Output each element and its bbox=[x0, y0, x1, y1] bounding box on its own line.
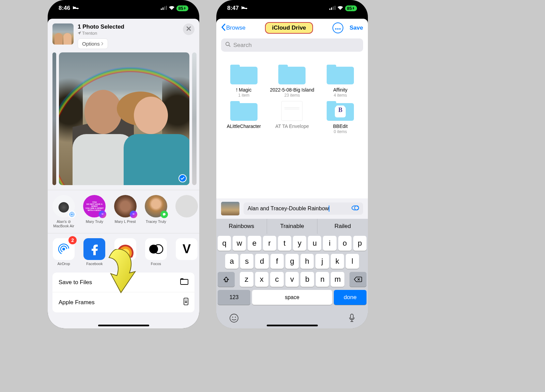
share-contact[interactable]: Tracey Truly bbox=[145, 195, 167, 228]
key-j[interactable]: j bbox=[315, 254, 329, 269]
battery-indicator: 85 bbox=[176, 5, 188, 11]
selected-photo-thumbnail[interactable] bbox=[52, 23, 74, 45]
share-contact[interactable]: Alan's ⊘ MacBook Air bbox=[52, 195, 75, 228]
wifi-icon bbox=[337, 5, 343, 12]
svg-rect-23 bbox=[334, 6, 336, 10]
svg-point-30 bbox=[230, 314, 238, 322]
file-thumbnail bbox=[221, 202, 239, 215]
close-button[interactable] bbox=[183, 23, 194, 35]
share-apps-row: 2 AirDrop Facebook bbox=[48, 233, 199, 269]
partial-app[interactable]: V bbox=[175, 238, 198, 266]
key-v[interactable]: v bbox=[285, 272, 299, 287]
key-b[interactable]: b bbox=[300, 272, 314, 287]
home-indicator[interactable] bbox=[98, 325, 149, 326]
key-u[interactable]: u bbox=[308, 236, 321, 251]
suggestion[interactable]: Trainable bbox=[267, 219, 317, 234]
save-to-files-action[interactable]: Save to Files bbox=[52, 273, 194, 292]
keyboard-suggestions: Rainbows Trainable Railed bbox=[216, 219, 368, 234]
svg-rect-15 bbox=[181, 279, 188, 284]
selected-photo-preview[interactable] bbox=[59, 52, 189, 185]
location-arrow-icon bbox=[78, 31, 81, 36]
folder-item[interactable]: Affinity 4 items bbox=[317, 65, 363, 98]
focos-app[interactable]: Focos bbox=[145, 238, 167, 266]
save-button[interactable]: Save bbox=[349, 24, 363, 31]
apple-frames-action[interactable]: Apple Frames bbox=[52, 292, 194, 312]
file-item[interactable]: AT TA Envelope bbox=[269, 101, 315, 134]
key-x[interactable]: x bbox=[255, 272, 269, 287]
key-r[interactable]: r bbox=[263, 236, 276, 251]
back-button[interactable]: Browse bbox=[221, 23, 246, 33]
sheet-title: 1 Photo Selected bbox=[78, 23, 179, 30]
space-key[interactable]: space bbox=[252, 290, 332, 305]
svg-rect-20 bbox=[329, 9, 330, 10]
airdrop-app[interactable]: 2 AirDrop bbox=[52, 238, 75, 266]
key-w[interactable]: w bbox=[233, 236, 246, 251]
folder-item[interactable]: 2022-5-08-Big Island 23 items bbox=[269, 65, 315, 98]
unnamed-app[interactable] bbox=[114, 238, 136, 266]
key-n[interactable]: n bbox=[316, 272, 329, 287]
facebook-app[interactable]: Facebook bbox=[83, 238, 106, 266]
svg-rect-3 bbox=[166, 6, 167, 10]
key-z[interactable]: z bbox=[240, 272, 253, 287]
done-key[interactable]: done bbox=[334, 290, 367, 305]
folder-icon bbox=[180, 278, 188, 287]
close-icon bbox=[186, 26, 191, 32]
key-g[interactable]: g bbox=[285, 254, 299, 269]
emoji-key[interactable] bbox=[229, 313, 239, 324]
document-icon bbox=[281, 101, 302, 121]
svg-point-25 bbox=[337, 28, 339, 30]
suggestion[interactable]: Railed bbox=[317, 219, 368, 234]
numbers-key[interactable]: 123 bbox=[218, 290, 250, 305]
key-t[interactable]: t bbox=[278, 236, 291, 251]
key-d[interactable]: d bbox=[255, 254, 268, 269]
key-p[interactable]: p bbox=[353, 236, 367, 251]
share-contacts-row: Alan's ⊘ MacBook Air YOUDO NOT HAVE A SP… bbox=[48, 190, 199, 233]
key-f[interactable]: f bbox=[270, 254, 284, 269]
key-c[interactable]: c bbox=[270, 272, 284, 287]
key-s[interactable]: s bbox=[240, 254, 253, 269]
key-h[interactable]: h bbox=[300, 254, 314, 269]
folder-icon: B bbox=[327, 101, 354, 121]
share-contact[interactable]: Mary L Prest bbox=[114, 195, 136, 228]
folder-item[interactable]: ALittleCharacter bbox=[221, 101, 267, 134]
share-contact[interactable] bbox=[175, 195, 198, 228]
options-button[interactable]: Options bbox=[78, 38, 108, 49]
svg-point-26 bbox=[339, 28, 341, 30]
filename-input[interactable]: Alan and Tracey-Double Rainbow bbox=[244, 202, 363, 215]
files-picker-sheet: Browse iCloud Drive Save Search ! Magic … bbox=[216, 19, 368, 328]
svg-rect-21 bbox=[331, 7, 332, 10]
key-i[interactable]: i bbox=[323, 236, 336, 251]
home-indicator[interactable] bbox=[267, 325, 318, 326]
folder-item[interactable]: B BBEdit 0 items bbox=[317, 101, 363, 134]
clear-input-icon[interactable] bbox=[352, 206, 359, 212]
key-a[interactable]: a bbox=[225, 254, 238, 269]
bed-icon bbox=[241, 5, 248, 12]
adjacent-photo-right[interactable] bbox=[192, 52, 197, 185]
share-contact[interactable]: YOUDO NOT HAVE A SPIRITYOU ARE A SPIRITW… bbox=[83, 195, 106, 228]
key-q[interactable]: q bbox=[218, 236, 231, 251]
airdrop-icon bbox=[56, 242, 71, 257]
files-save-screenshot: 8:47 85 Browse iCloud Drive Save S bbox=[216, 0, 368, 328]
dictation-key[interactable] bbox=[349, 313, 355, 324]
suggestion[interactable]: Rainbows bbox=[216, 219, 267, 234]
key-m[interactable]: m bbox=[331, 272, 344, 287]
search-icon bbox=[225, 42, 231, 49]
search-input[interactable]: Search bbox=[221, 38, 363, 52]
svg-rect-18 bbox=[185, 301, 187, 301]
adjacent-photo-left[interactable] bbox=[52, 52, 56, 185]
backspace-key[interactable] bbox=[349, 272, 367, 287]
status-time: 8:46 bbox=[59, 5, 70, 12]
svg-rect-33 bbox=[351, 314, 353, 319]
key-y[interactable]: y bbox=[293, 236, 306, 251]
key-o[interactable]: o bbox=[338, 236, 352, 251]
folder-item[interactable]: ! Magic 1 item bbox=[221, 65, 267, 98]
svg-rect-0 bbox=[161, 9, 162, 10]
key-e[interactable]: e bbox=[248, 236, 261, 251]
key-k[interactable]: k bbox=[331, 254, 344, 269]
key-l[interactable]: l bbox=[346, 254, 359, 269]
shift-key[interactable] bbox=[218, 272, 235, 287]
svg-point-27 bbox=[226, 42, 229, 46]
bed-icon bbox=[72, 5, 79, 12]
svg-point-17 bbox=[186, 299, 186, 300]
more-options-button[interactable] bbox=[332, 22, 343, 33]
